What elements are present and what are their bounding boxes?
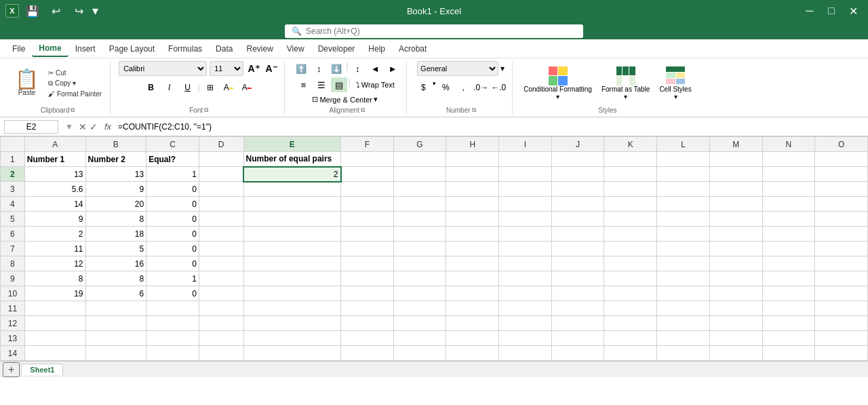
cell-C14[interactable] bbox=[146, 346, 199, 361]
cell-E13[interactable] bbox=[243, 331, 340, 346]
cell-E9[interactable] bbox=[243, 271, 340, 286]
cell-H5[interactable] bbox=[446, 212, 499, 227]
cell-F8[interactable] bbox=[341, 256, 394, 271]
col-header-e[interactable]: E bbox=[243, 137, 340, 152]
cell-N5[interactable] bbox=[762, 212, 815, 227]
cell-N11[interactable] bbox=[762, 301, 815, 316]
add-sheet-button[interactable]: + bbox=[3, 362, 20, 377]
cell-I13[interactable] bbox=[499, 331, 552, 346]
menu-view[interactable]: View bbox=[280, 41, 311, 56]
cell-J10[interactable] bbox=[551, 286, 604, 301]
cell-M11[interactable] bbox=[709, 301, 762, 316]
cell-L9[interactable] bbox=[657, 271, 710, 286]
cell-F12[interactable] bbox=[341, 316, 394, 331]
borders-button[interactable]: ⊞ bbox=[202, 80, 218, 95]
cell-M12[interactable] bbox=[709, 316, 762, 331]
cell-A3[interactable]: 5.6 bbox=[24, 182, 85, 197]
cell-I8[interactable] bbox=[499, 256, 552, 271]
cell-J14[interactable] bbox=[551, 346, 604, 361]
paste-button[interactable]: 📋 Paste bbox=[11, 67, 43, 99]
cell-C11[interactable] bbox=[146, 301, 199, 316]
number-expand-icon[interactable]: ⧉ bbox=[472, 107, 476, 114]
cell-O12[interactable] bbox=[815, 316, 868, 331]
cell-N2[interactable] bbox=[762, 167, 815, 182]
cell-O2[interactable] bbox=[815, 167, 868, 182]
alignment-expand-icon[interactable]: ⧉ bbox=[361, 107, 365, 114]
cell-N9[interactable] bbox=[762, 271, 815, 286]
copy-dropdown-icon[interactable]: ▾ bbox=[73, 79, 76, 87]
col-header-a[interactable]: A bbox=[24, 137, 85, 152]
cell-G12[interactable] bbox=[393, 316, 446, 331]
cell-F6[interactable] bbox=[341, 227, 394, 242]
cell-A2[interactable]: 13 bbox=[24, 167, 85, 182]
cell-D5[interactable] bbox=[199, 212, 243, 227]
cell-D4[interactable] bbox=[199, 197, 243, 212]
cell-I12[interactable] bbox=[499, 316, 552, 331]
undo-button[interactable]: ↩ bbox=[46, 1, 65, 20]
cell-J12[interactable] bbox=[551, 316, 604, 331]
cell-L2[interactable] bbox=[657, 167, 710, 182]
cell-K14[interactable] bbox=[604, 346, 657, 361]
row-header-3[interactable]: 3 bbox=[1, 182, 25, 197]
font-name-select[interactable]: Calibri bbox=[119, 61, 207, 76]
col-header-j[interactable]: J bbox=[551, 137, 604, 152]
font-shrink-button[interactable]: A⁻ bbox=[264, 61, 279, 76]
increase-decimal-button[interactable]: .0→ bbox=[473, 80, 489, 95]
cell-B14[interactable] bbox=[85, 346, 146, 361]
cell-A9[interactable]: 8 bbox=[24, 271, 85, 286]
col-header-f[interactable]: F bbox=[341, 137, 394, 152]
indent-increase-button[interactable]: ► bbox=[384, 61, 401, 76]
row-header-13[interactable]: 13 bbox=[1, 331, 25, 346]
col-header-d[interactable]: D bbox=[199, 137, 243, 152]
cell-K11[interactable] bbox=[604, 301, 657, 316]
cell-H9[interactable] bbox=[446, 271, 499, 286]
cell-G3[interactable] bbox=[393, 182, 446, 197]
align-right-button[interactable]: ▤ bbox=[331, 77, 347, 92]
quick-access-dropdown[interactable]: ▾ bbox=[92, 3, 98, 18]
cell-J5[interactable] bbox=[551, 212, 604, 227]
row-header-8[interactable]: 8 bbox=[1, 256, 25, 271]
col-header-b[interactable]: B bbox=[85, 137, 146, 152]
cell-I1[interactable] bbox=[499, 152, 552, 167]
close-button[interactable]: ✕ bbox=[844, 1, 863, 20]
cell-K12[interactable] bbox=[604, 316, 657, 331]
cell-A1[interactable]: Number 1 bbox=[24, 152, 85, 167]
cell-E11[interactable] bbox=[243, 301, 340, 316]
cell-K10[interactable] bbox=[604, 286, 657, 301]
cell-F2[interactable] bbox=[341, 167, 394, 182]
format-table-dropdown[interactable]: ▾ bbox=[624, 93, 627, 100]
cell-L10[interactable] bbox=[657, 286, 710, 301]
bold-button[interactable]: B bbox=[143, 80, 159, 95]
cell-N12[interactable] bbox=[762, 316, 815, 331]
cell-B8[interactable]: 16 bbox=[85, 256, 146, 271]
cell-C13[interactable] bbox=[146, 331, 199, 346]
copy-button[interactable]: ⧉ Copy ▾ bbox=[45, 79, 104, 88]
cell-A12[interactable] bbox=[24, 316, 85, 331]
row-header-7[interactable]: 7 bbox=[1, 242, 25, 256]
cell-A14[interactable] bbox=[24, 346, 85, 361]
cell-B9[interactable]: 8 bbox=[85, 271, 146, 286]
cell-O14[interactable] bbox=[815, 346, 868, 361]
indent-decrease-button[interactable]: ◄ bbox=[367, 61, 383, 76]
cell-N7[interactable] bbox=[762, 242, 815, 256]
cell-A11[interactable] bbox=[24, 301, 85, 316]
cell-O10[interactable] bbox=[815, 286, 868, 301]
row-header-9[interactable]: 9 bbox=[1, 271, 25, 286]
cell-G6[interactable] bbox=[393, 227, 446, 242]
menu-page-layout[interactable]: Page Layout bbox=[102, 41, 161, 56]
cell-H6[interactable] bbox=[446, 227, 499, 242]
cell-C2[interactable]: 1 bbox=[146, 167, 199, 182]
fill-color-button[interactable]: A▬ bbox=[220, 80, 237, 95]
cell-A7[interactable]: 11 bbox=[24, 242, 85, 256]
cell-E5[interactable] bbox=[243, 212, 340, 227]
cell-D11[interactable] bbox=[199, 301, 243, 316]
cell-A8[interactable]: 12 bbox=[24, 256, 85, 271]
cell-F14[interactable] bbox=[341, 346, 394, 361]
cell-G5[interactable] bbox=[393, 212, 446, 227]
row-header-6[interactable]: 6 bbox=[1, 227, 25, 242]
cell-H3[interactable] bbox=[446, 182, 499, 197]
cell-C7[interactable]: 0 bbox=[146, 242, 199, 256]
cell-D2[interactable] bbox=[199, 167, 243, 182]
cell-C1[interactable]: Equal? bbox=[146, 152, 199, 167]
col-header-h[interactable]: H bbox=[446, 137, 499, 152]
